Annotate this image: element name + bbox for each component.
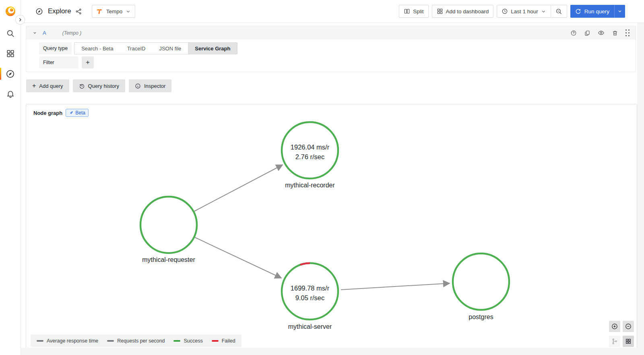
graph-legend: Average response time Requests per secon… xyxy=(31,334,242,347)
query-type-option-traceid[interactable]: TraceID xyxy=(120,43,153,54)
collapse-query-chevron-icon[interactable] xyxy=(33,31,37,35)
query-datasource-hint: (Tempo ) xyxy=(62,30,82,36)
sidebar-item-search[interactable] xyxy=(0,28,21,39)
circle-plus-icon xyxy=(611,323,618,330)
query-type-option-search[interactable]: Search - Beta xyxy=(74,43,120,54)
branch-layout-icon xyxy=(611,338,618,345)
legend-item-requests: Requests per second xyxy=(107,338,165,344)
node-rate: 9.05 r/sec xyxy=(295,294,324,301)
query-type-option-jsonfile[interactable]: JSON file xyxy=(152,43,188,54)
legend-label: Success xyxy=(184,338,202,344)
beta-badge-label: Beta xyxy=(75,110,85,116)
dashboards-grid-icon xyxy=(6,49,15,58)
tempo-logo-icon xyxy=(96,8,103,15)
node-label: mythical-server xyxy=(288,323,332,330)
inspector-button[interactable]: Inspector xyxy=(129,79,171,92)
node-mythical-server[interactable]: 1699.78 ms/r 9.05 r/sec mythical-server xyxy=(282,263,338,330)
drag-handle-icon[interactable] xyxy=(625,29,630,37)
add-query-label: Add query xyxy=(39,83,63,89)
node-graph-panel: Node graph xyxy=(26,104,637,352)
duplicate-query-icon[interactable] xyxy=(584,30,590,36)
expand-sidebar-button[interactable] xyxy=(15,15,25,25)
sidebar-item-explore[interactable] xyxy=(0,68,21,79)
grafana-logo[interactable] xyxy=(4,5,17,17)
time-range-picker[interactable]: Last 1 hour xyxy=(497,5,551,18)
legend-item-success: Success xyxy=(173,338,202,344)
chevron-down-icon xyxy=(126,9,131,14)
query-row-header[interactable]: A (Tempo ) xyxy=(26,26,636,39)
split-label: Split xyxy=(413,8,423,15)
node-mythical-recorder[interactable]: 1926.04 ms/r 2.76 r/sec mythical-recorde… xyxy=(282,122,338,189)
rocket-icon xyxy=(69,110,74,115)
run-query-button[interactable]: Run query xyxy=(570,5,625,18)
bell-icon xyxy=(6,89,15,98)
page-gutter-right xyxy=(637,23,644,355)
hide-query-eye-icon[interactable] xyxy=(598,29,605,36)
history-icon xyxy=(79,83,85,89)
magnifier-minus-icon xyxy=(555,8,562,15)
time-range-label: Last 1 hour xyxy=(511,8,538,15)
edge-requester-server[interactable] xyxy=(195,237,281,278)
split-icon xyxy=(404,8,410,15)
delete-query-trash-icon[interactable] xyxy=(612,30,618,36)
split-button[interactable]: Split xyxy=(399,5,428,18)
sync-icon xyxy=(575,8,581,15)
add-filter-button[interactable]: + xyxy=(82,56,94,69)
query-editor-body: Query type Search - Beta TraceID JSON fi… xyxy=(26,39,636,72)
query-history-label: Query history xyxy=(88,83,119,89)
plus-icon: + xyxy=(86,58,90,66)
legend-swatch xyxy=(107,340,114,342)
node-postgres[interactable]: postgres xyxy=(453,253,509,320)
add-query-button[interactable]: + Add query xyxy=(26,79,69,92)
run-query-caret[interactable] xyxy=(614,5,625,18)
add-to-dashboard-button[interactable]: Add to dashboard xyxy=(432,5,494,18)
zoom-out-time-button[interactable] xyxy=(551,5,567,18)
graph-layout-grid-button[interactable] xyxy=(623,336,634,347)
beta-badge: Beta xyxy=(66,109,89,117)
legend-label: Requests per second xyxy=(117,338,165,344)
edge-server-postgres[interactable] xyxy=(341,283,450,290)
node-label: postgres xyxy=(469,313,493,320)
grid-layout-icon xyxy=(625,338,632,345)
node-label: mythical-recorder xyxy=(285,182,335,189)
compass-icon xyxy=(6,69,15,79)
chevron-down-icon xyxy=(541,9,546,14)
help-icon[interactable] xyxy=(570,30,577,36)
page-gutter-bottom xyxy=(21,348,644,355)
explore-compass-icon xyxy=(35,8,43,15)
left-nav xyxy=(0,0,21,355)
node-label: mythical-requester xyxy=(142,256,195,263)
query-type-option-servicegraph[interactable]: Service Graph xyxy=(188,43,237,54)
graph-layout-tree-button[interactable] xyxy=(609,336,620,347)
plus-icon: + xyxy=(32,82,36,89)
legend-label: Failed xyxy=(222,338,235,344)
legend-item-failed: Failed xyxy=(212,338,235,344)
sidebar-item-alerting[interactable] xyxy=(0,88,21,100)
query-editor-row: A (Tempo ) xyxy=(26,26,636,72)
sidebar-item-dashboards[interactable] xyxy=(0,48,21,59)
node-rate: 2.76 r/sec xyxy=(295,153,324,160)
inspector-label: Inspector xyxy=(144,83,165,89)
query-history-button[interactable]: Query history xyxy=(73,79,125,92)
graph-zoom-in-button[interactable] xyxy=(609,321,620,332)
datasource-name: Tempo xyxy=(106,8,123,15)
legend-swatch xyxy=(37,340,43,342)
legend-swatch xyxy=(173,340,180,342)
legend-item-avg-response: Average response time xyxy=(37,338,98,344)
grafana-explore-app: Explore xyxy=(0,0,644,355)
search-icon xyxy=(6,29,15,38)
run-query-label: Run query xyxy=(584,8,609,15)
panel-title: Node graph xyxy=(33,110,62,116)
node-mythical-requester[interactable]: mythical-requester xyxy=(140,197,197,263)
query-ref-id[interactable]: A xyxy=(43,30,46,36)
circle-minus-icon xyxy=(625,323,632,330)
graph-zoom-out-button[interactable] xyxy=(623,321,634,332)
service-graph-canvas[interactable]: mythical-requester 1926.04 ms/r 2.76 r/s… xyxy=(26,104,637,351)
clock-icon xyxy=(502,8,508,15)
datasource-picker[interactable]: Tempo xyxy=(92,5,136,18)
add-to-dashboard-label: Add to dashboard xyxy=(446,8,489,15)
query-type-radio-group: Search - Beta TraceID JSON file Service … xyxy=(74,42,237,54)
query-type-label: Query type xyxy=(39,42,72,54)
share-icon[interactable] xyxy=(75,8,82,15)
edge-requester-recorder[interactable] xyxy=(194,165,283,211)
